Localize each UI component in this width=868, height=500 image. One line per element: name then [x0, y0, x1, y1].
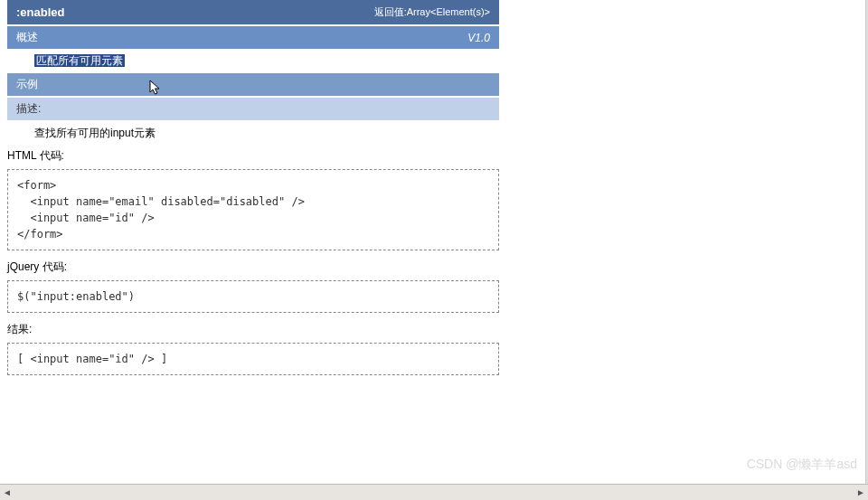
example-bar: 示例	[7, 73, 499, 96]
example-label: 示例	[16, 78, 38, 90]
description-label: 描述:	[16, 102, 41, 115]
result-code-block: [ <input name="id" /> ]	[7, 343, 499, 375]
watermark: CSDN @懒羊羊asd	[747, 457, 857, 473]
html-code-block: <form> <input name="email" disabled="dis…	[7, 169, 499, 250]
jquery-code-block: $("input:enabled")	[7, 280, 499, 313]
description-bar: 描述:	[7, 98, 499, 120]
overview-label: 概述	[16, 30, 38, 45]
scroll-right-icon[interactable]: ►	[854, 486, 868, 499]
description-text: 查找所有可用的input元素	[7, 120, 499, 146]
result-label: 结果:	[7, 320, 499, 339]
scroll-left-icon[interactable]: ◄	[0, 486, 14, 499]
version-label: V1.0	[467, 32, 490, 44]
overview-bar: 概述 V1.0	[7, 26, 499, 49]
summary-text: 匹配所有可用元素	[34, 54, 125, 67]
return-type: 返回值:Array<Element(s)>	[374, 5, 490, 19]
page-title: :enabled	[16, 5, 64, 19]
horizontal-scrollbar[interactable]: ◄ ►	[0, 484, 868, 500]
html-code-label: HTML 代码:	[7, 146, 499, 165]
jquery-code-label: jQuery 代码:	[7, 258, 499, 277]
header-bar: :enabled 返回值:Array<Element(s)>	[7, 0, 499, 24]
summary-line: 匹配所有可用元素	[7, 49, 499, 73]
